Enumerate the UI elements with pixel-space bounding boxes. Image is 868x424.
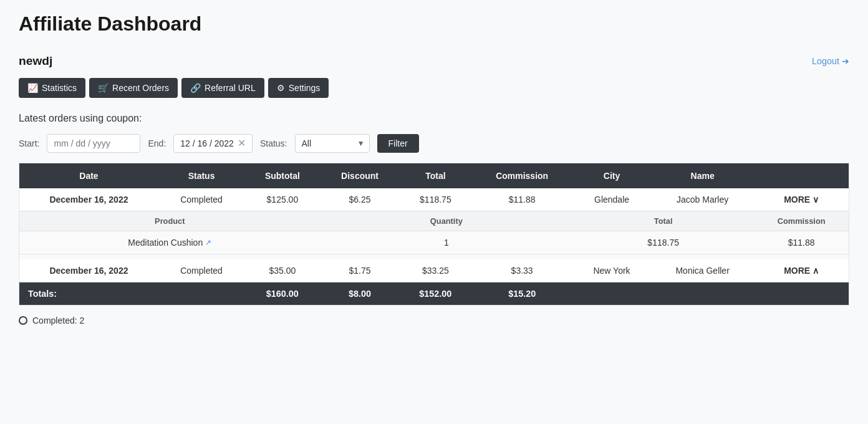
row1-city: Glendale [572, 188, 651, 211]
end-date-value: 12 / 16 / 2022 [180, 138, 234, 148]
sub-commission: $11.88 [754, 231, 849, 254]
row2-date: December 16, 2022 [19, 259, 158, 282]
end-date-wrapper: 12 / 16 / 2022 ✕ [173, 134, 253, 153]
summary-icon [19, 316, 27, 325]
totals-label: Totals: [19, 282, 245, 306]
row1-name: Jacob Marley [651, 188, 754, 211]
sub-product: Meditation Cushion ↗ [19, 231, 321, 254]
orders-table: Date Status Subtotal Discount Total Comm… [19, 163, 849, 306]
summary-completed: Completed: 2 [32, 316, 84, 325]
gear-icon: ⚙ [277, 83, 285, 93]
product-name: Meditation Cushion [128, 238, 203, 248]
row1-status: Completed [158, 188, 244, 211]
row1-commission: $11.88 [471, 188, 572, 211]
tab-recent-orders-label: Recent Orders [112, 83, 169, 93]
row2-more-cell: MORE ∧ [754, 259, 849, 282]
logout-link[interactable]: Logout ➜ [812, 56, 849, 66]
row1-subrow-header: Product Quantity Total Commission [19, 211, 849, 231]
cart-icon: 🛒 [98, 83, 109, 93]
sub-total: $118.75 [572, 231, 754, 254]
row1-more-label: MORE [784, 195, 810, 205]
row2-name: Monica Geller [651, 259, 754, 282]
col-status: Status [158, 163, 244, 189]
status-select[interactable]: All Completed Pending Cancelled [295, 134, 370, 153]
filter-button[interactable]: Filter [377, 134, 419, 153]
external-link-icon: ↗ [205, 238, 211, 247]
logout-label: Logout [812, 56, 839, 66]
row2-chevron-up-icon: ∧ [813, 266, 819, 276]
row1-subtotal: $125.00 [244, 188, 320, 211]
row2-subtotal: $35.00 [244, 259, 320, 282]
row1-more-cell: MORE ∨ [754, 188, 849, 211]
sub-col-commission: Commission [754, 211, 849, 231]
logout-icon: ➜ [842, 56, 849, 66]
section-label: Latest orders using coupon: [19, 113, 849, 124]
tab-statistics[interactable]: 📈 Statistics [19, 78, 85, 98]
page-title: Affiliate Dashboard [19, 12, 849, 36]
tab-referral-url[interactable]: 🔗 Referral URL [181, 78, 264, 98]
row1-date: December 16, 2022 [19, 188, 158, 211]
start-label: Start: [19, 138, 39, 148]
product-link[interactable]: Meditation Cushion ↗ [128, 238, 211, 248]
totals-total: $152.00 [400, 282, 472, 306]
totals-row: Totals: $160.00 $8.00 $152.00 $15.20 [19, 282, 849, 306]
link-icon: 🔗 [190, 83, 201, 93]
col-city: City [572, 163, 651, 189]
table-row: December 16, 2022 Completed $35.00 $1.75… [19, 259, 849, 282]
col-more [754, 163, 849, 189]
row1-more-button[interactable]: MORE ∨ [784, 195, 819, 205]
end-date-clear-icon[interactable]: ✕ [238, 138, 246, 148]
sub-quantity: 1 [321, 231, 573, 254]
row2-discount: $1.75 [321, 259, 400, 282]
col-discount: Discount [321, 163, 400, 189]
nav-tabs: 📈 Statistics 🛒 Recent Orders 🔗 Referral … [19, 78, 849, 98]
col-total: Total [400, 163, 472, 189]
tab-settings[interactable]: ⚙ Settings [268, 78, 329, 98]
row1-chevron-down-icon: ∨ [813, 195, 819, 205]
row1-total: $118.75 [400, 188, 472, 211]
status-select-wrapper: All Completed Pending Cancelled ▼ [295, 134, 370, 153]
totals-discount: $8.00 [321, 282, 400, 306]
row1-subrow-data: Meditation Cushion ↗ 1 $118.75 $11.88 [19, 231, 849, 254]
tab-referral-url-label: Referral URL [205, 83, 256, 93]
summary-row: Completed: 2 [19, 316, 849, 325]
totals-subtotal: $160.00 [244, 282, 320, 306]
filters-row: Start: End: 12 / 16 / 2022 ✕ Status: All… [19, 134, 849, 153]
start-date-input[interactable] [47, 134, 140, 153]
sub-col-total: Total [572, 211, 754, 231]
tab-statistics-label: Statistics [42, 83, 77, 93]
row1-discount: $6.25 [321, 188, 400, 211]
table-row: December 16, 2022 Completed $125.00 $6.2… [19, 188, 849, 211]
col-date: Date [19, 163, 158, 189]
user-row: newdj Logout ➜ [19, 54, 849, 68]
row2-city: New York [572, 259, 651, 282]
row2-commission: $3.33 [471, 259, 572, 282]
sub-col-quantity: Quantity [321, 211, 573, 231]
row2-more-button[interactable]: MORE ∧ [784, 266, 819, 276]
col-subtotal: Subtotal [244, 163, 320, 189]
col-name: Name [651, 163, 754, 189]
table-header-row: Date Status Subtotal Discount Total Comm… [19, 163, 849, 189]
row2-total: $33.25 [400, 259, 472, 282]
end-label: End: [148, 138, 166, 148]
spacer-row [19, 254, 849, 260]
sub-col-product: Product [19, 211, 321, 231]
row2-more-label: MORE [784, 266, 810, 276]
col-commission: Commission [471, 163, 572, 189]
statistics-icon: 📈 [27, 83, 38, 93]
tab-settings-label: Settings [289, 83, 321, 93]
tab-recent-orders[interactable]: 🛒 Recent Orders [89, 78, 178, 98]
status-label: Status: [260, 138, 287, 148]
row2-status: Completed [158, 259, 244, 282]
username: newdj [19, 54, 52, 68]
totals-commission: $15.20 [471, 282, 572, 306]
